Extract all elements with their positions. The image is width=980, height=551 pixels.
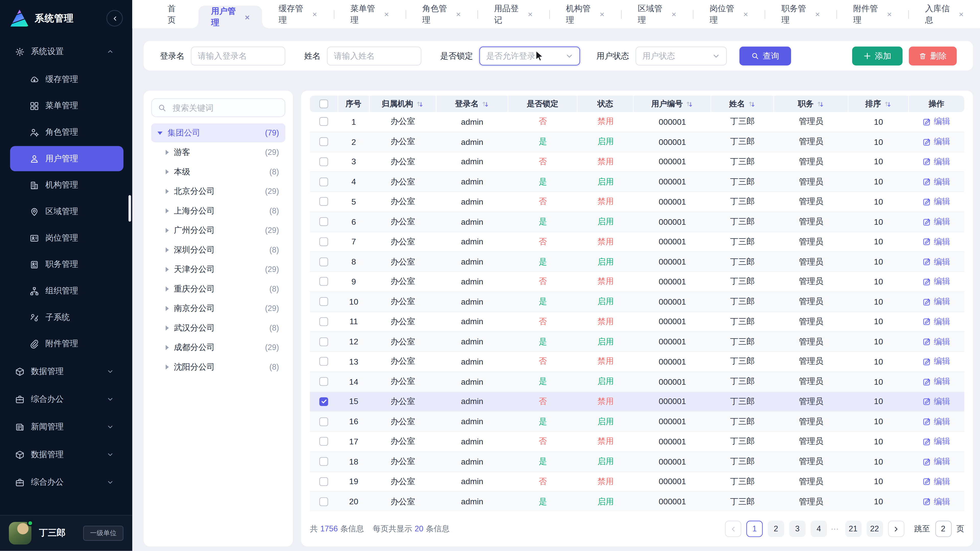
edit-link[interactable]: 编辑 xyxy=(923,116,950,127)
tree-collapsed-icon[interactable] xyxy=(165,208,169,213)
sort-icon[interactable] xyxy=(686,100,693,107)
edit-link[interactable]: 编辑 xyxy=(923,236,950,247)
row-checkbox[interactable] xyxy=(320,277,328,286)
tree-collapsed-icon[interactable] xyxy=(165,286,169,291)
sidebar-item[interactable]: 子系统 xyxy=(10,305,123,330)
table-row[interactable]: 14办公室admin是启用000001丁三郎管理员10编辑 xyxy=(310,371,964,391)
sort-icon[interactable] xyxy=(416,100,423,107)
edit-link[interactable]: 编辑 xyxy=(923,176,950,187)
table-row[interactable]: 15办公室admin否禁用000001丁三郎管理员10编辑 xyxy=(310,391,964,411)
sidebar-group-5[interactable]: 综合办公 xyxy=(0,468,132,496)
tree-collapsed-icon[interactable] xyxy=(165,267,169,272)
sidebar-item[interactable]: 机构管理 xyxy=(10,172,123,198)
row-checkbox[interactable] xyxy=(320,397,328,406)
row-checkbox[interactable] xyxy=(320,417,328,426)
tree-collapsed-icon[interactable] xyxy=(165,345,169,350)
sidebar-item[interactable]: 区域管理 xyxy=(10,199,123,224)
table-row[interactable]: 11办公室admin否禁用000001丁三郎管理员10编辑 xyxy=(310,311,964,331)
table-row[interactable]: 4办公室admin是启用000001丁三郎管理员10编辑 xyxy=(310,171,964,191)
tree-node[interactable]: 成都分公司(29) xyxy=(151,338,285,357)
sidebar-item[interactable]: 组织管理 xyxy=(10,278,123,303)
header-cell-login[interactable]: 登录名 xyxy=(436,96,508,112)
row-checkbox[interactable] xyxy=(320,377,328,386)
sidebar-item[interactable]: 岗位管理 xyxy=(10,225,123,251)
header-cell-uno[interactable]: 用户编号 xyxy=(634,96,711,112)
table-row[interactable]: 10办公室admin是启用000001丁三郎管理员10编辑 xyxy=(310,291,964,311)
tree-node[interactable]: 沈阳分公司(8) xyxy=(151,357,285,376)
tab-1[interactable]: 用户管理× xyxy=(199,6,262,28)
close-icon[interactable]: × xyxy=(312,10,317,18)
edit-link[interactable]: 编辑 xyxy=(923,256,950,267)
tab-3[interactable]: 菜单管理× xyxy=(334,0,405,28)
table-row[interactable]: 7办公室admin否禁用000001丁三郎管理员10编辑 xyxy=(310,231,964,251)
page-button-22[interactable]: 22 xyxy=(866,521,883,537)
header-cell-org[interactable]: 归属机构 xyxy=(369,96,436,112)
page-button-2[interactable]: 2 xyxy=(768,521,784,537)
query-button[interactable]: 查询 xyxy=(739,46,791,65)
jump-page-input[interactable] xyxy=(935,521,951,537)
tree-node[interactable]: 本级(8) xyxy=(151,162,285,181)
edit-link[interactable]: 编辑 xyxy=(923,336,950,347)
sort-icon[interactable] xyxy=(748,100,755,107)
close-icon[interactable]: × xyxy=(245,13,250,21)
row-checkbox[interactable] xyxy=(320,477,328,486)
page-button-4[interactable]: 4 xyxy=(811,521,827,537)
row-checkbox[interactable] xyxy=(320,318,328,326)
table-row[interactable]: 8办公室admin是启用000001丁三郎管理员10编辑 xyxy=(310,251,964,271)
edit-link[interactable]: 编辑 xyxy=(923,356,950,367)
sort-icon[interactable] xyxy=(482,100,489,107)
row-checkbox[interactable] xyxy=(320,297,328,306)
table-row[interactable]: 16办公室admin是启用000001丁三郎管理员10编辑 xyxy=(310,411,964,431)
close-icon[interactable]: × xyxy=(671,10,676,18)
row-checkbox[interactable] xyxy=(320,118,328,126)
tab-5[interactable]: 用品登记× xyxy=(478,0,549,28)
sort-icon[interactable] xyxy=(817,100,824,107)
sidebar-scrollbar-thumb[interactable] xyxy=(128,195,131,222)
edit-link[interactable]: 编辑 xyxy=(923,156,950,167)
tree-search-input[interactable] xyxy=(171,102,266,113)
tab-7[interactable]: 区域管理× xyxy=(621,0,693,28)
page-button-21[interactable]: 21 xyxy=(845,521,861,537)
tree-collapsed-icon[interactable] xyxy=(165,169,169,174)
tree-collapsed-icon[interactable] xyxy=(165,247,169,252)
locked-select[interactable]: 是否允许登录 xyxy=(479,46,580,65)
table-row[interactable]: 3办公室admin否禁用000001丁三郎管理员10编辑 xyxy=(310,151,964,171)
edit-link[interactable]: 编辑 xyxy=(923,436,950,447)
header-cell-title[interactable]: 职务 xyxy=(774,96,848,112)
tree-search-box[interactable] xyxy=(151,98,285,117)
tree-node[interactable]: 北京分公司(29) xyxy=(151,181,285,201)
table-row[interactable]: 12办公室admin是启用000001丁三郎管理员10编辑 xyxy=(310,331,964,351)
table-row[interactable]: 6办公室admin是启用000001丁三郎管理员10编辑 xyxy=(310,211,964,231)
sidebar-item[interactable]: 角色管理 xyxy=(10,120,123,145)
row-checkbox[interactable] xyxy=(320,457,328,466)
sidebar-group-3[interactable]: 新闻管理 xyxy=(0,413,132,441)
table-row[interactable]: 17办公室admin否禁用000001丁三郎管理员10编辑 xyxy=(310,431,964,451)
page-button-3[interactable]: 3 xyxy=(789,521,805,537)
tree-collapsed-icon[interactable] xyxy=(165,189,169,194)
select-all-checkbox[interactable] xyxy=(319,100,328,108)
tree-expand-icon[interactable] xyxy=(158,131,162,135)
sidebar-item[interactable]: 菜单管理 xyxy=(10,93,123,118)
delete-button[interactable]: 删除 xyxy=(909,46,957,65)
row-checkbox[interactable] xyxy=(320,137,328,146)
tree-node[interactable]: 重庆分公司(8) xyxy=(151,279,285,299)
row-checkbox[interactable] xyxy=(320,337,328,346)
close-icon[interactable]: × xyxy=(456,10,461,18)
row-checkbox[interactable] xyxy=(320,357,328,366)
table-row[interactable]: 18办公室admin是启用000001丁三郎管理员10编辑 xyxy=(310,451,964,471)
close-icon[interactable]: × xyxy=(743,10,748,18)
prev-page-button[interactable] xyxy=(725,521,741,537)
tree-root-node[interactable]: 集团公司 (79) xyxy=(151,124,285,142)
header-cell-name[interactable]: 姓名 xyxy=(711,96,774,112)
edit-link[interactable]: 编辑 xyxy=(923,496,950,507)
row-checkbox[interactable] xyxy=(320,157,328,166)
sidebar-collapse-button[interactable] xyxy=(107,10,123,26)
add-button[interactable]: 添加 xyxy=(852,46,902,65)
table-row[interactable]: 1办公室admin否禁用000001丁三郎管理员10编辑 xyxy=(310,112,964,131)
page-button-1[interactable]: 1 xyxy=(746,521,762,537)
table-row[interactable]: 20办公室admin是启用000001丁三郎管理员10编辑 xyxy=(310,491,964,511)
tree-collapsed-icon[interactable] xyxy=(165,364,169,369)
sidebar-item[interactable]: 附件管理 xyxy=(10,331,123,356)
tab-4[interactable]: 角色管理× xyxy=(406,0,477,28)
edit-link[interactable]: 编辑 xyxy=(923,376,950,387)
